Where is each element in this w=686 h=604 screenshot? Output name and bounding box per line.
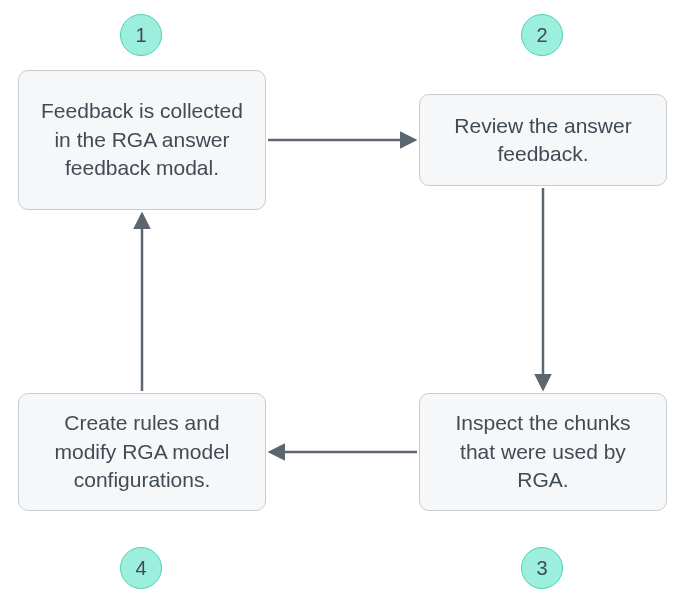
node-1-text: Feedback is collected in the RGA answer … [35, 97, 249, 182]
node-4: Create rules and modify RGA model config… [18, 393, 266, 511]
node-3: Inspect the chunks that were used by RGA… [419, 393, 667, 511]
badge-2-label: 2 [536, 24, 547, 47]
node-3-text: Inspect the chunks that were used by RGA… [436, 409, 650, 494]
badge-4: 4 [120, 547, 162, 589]
badge-4-label: 4 [135, 557, 146, 580]
node-2-text: Review the answer feedback. [436, 112, 650, 169]
node-4-text: Create rules and modify RGA model config… [35, 409, 249, 494]
node-2: Review the answer feedback. [419, 94, 667, 186]
badge-1: 1 [120, 14, 162, 56]
badge-3-label: 3 [536, 557, 547, 580]
badge-1-label: 1 [135, 24, 146, 47]
diagram-canvas: { "diagram": { "nodes": { "n1": { "label… [0, 0, 686, 604]
badge-3: 3 [521, 547, 563, 589]
badge-2: 2 [521, 14, 563, 56]
node-1: Feedback is collected in the RGA answer … [18, 70, 266, 210]
